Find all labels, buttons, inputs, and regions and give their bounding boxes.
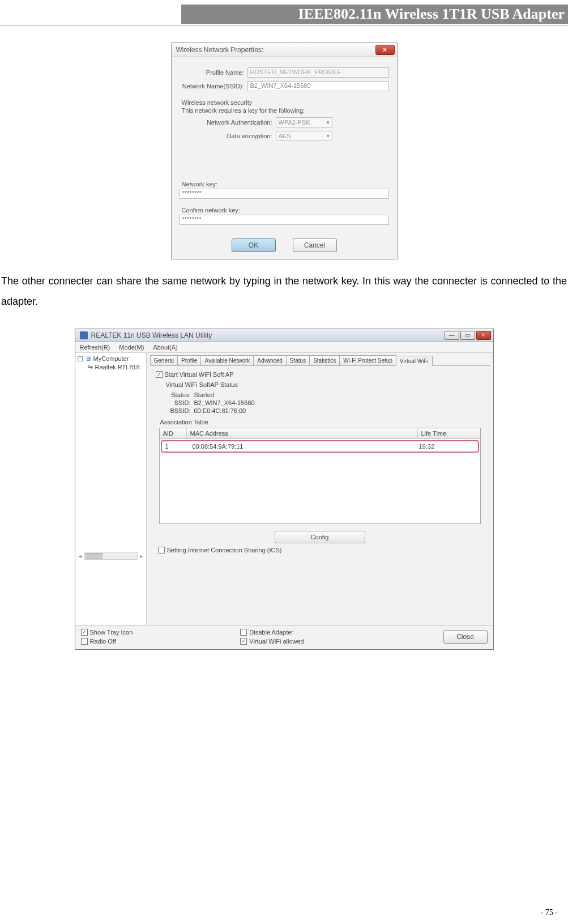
app-icon <box>80 331 88 339</box>
menu-bar: Refresh(R) Mode(M) About(A) <box>75 342 493 353</box>
minimize-button[interactable]: — <box>445 331 459 340</box>
checkbox-icon <box>158 547 165 553</box>
ssid-field[interactable]: B2_WIN7_X64-15680 <box>247 81 389 91</box>
header-rule <box>0 25 568 25</box>
checkbox-icon <box>81 638 88 645</box>
ssid-label: SSID: <box>166 399 194 406</box>
close-button[interactable]: Close <box>443 630 488 644</box>
computer-icon: 🖥 <box>85 355 91 362</box>
ok-button[interactable]: OK <box>232 239 276 252</box>
realtek-utility-window: REALTEK 11n USB Wireless LAN Utility — ▭… <box>75 329 494 650</box>
cell-aid: 1 <box>162 441 189 452</box>
association-table-title: Association Table <box>160 419 484 425</box>
figure-1: Wireless Network Properties: × Profile N… <box>0 42 568 259</box>
figure-2: REALTEK 11n USB Wireless LAN Utility — ▭… <box>0 329 568 650</box>
utility-titlebar: REALTEK 11n USB Wireless LAN Utility — ▭… <box>75 329 493 342</box>
ics-label: Setting Internet Connection Sharing (ICS… <box>167 547 282 553</box>
page-header: IEEE802.11n Wireless 1T1R USB Adapter <box>181 5 568 24</box>
enc-value: AES <box>279 133 291 139</box>
security-group-sub: This network requires a key for the foll… <box>182 107 389 114</box>
tab-virtual-wifi[interactable]: Virtual WiFi <box>396 356 433 366</box>
bssid-value: 00:E0:4C:81:76:00 <box>194 407 246 414</box>
cell-mac: 00:08:54:9A:79:11 <box>189 441 416 452</box>
device-tree: − 🖥 MyComputer ⇋ Realtek RTL818 ◂ ▸ <box>75 353 147 625</box>
profile-name-label: Profile Name: <box>180 69 247 76</box>
status-label: Status: <box>166 391 194 398</box>
dialog-titlebar: Wireless Network Properties: × <box>172 43 397 57</box>
cancel-button[interactable]: Cancel <box>293 239 337 252</box>
security-group-title: Wireless network security <box>182 99 389 106</box>
softap-status-group: Virtual WiFi SoftAP Status <box>166 381 484 388</box>
tree-child-label[interactable]: Realtek RTL818 <box>95 364 140 371</box>
col-life[interactable]: Life Time <box>418 428 480 438</box>
start-softap-label: Start Virtual WiFi Soft AP <box>165 371 234 378</box>
vwifi-allowed-checkbox[interactable]: ✓ Virtual WiFi allowed <box>240 638 304 645</box>
confirm-key-label: Confirm network key: <box>182 207 389 214</box>
association-table: AID MAC Address Life Time 1 00:08:54:9A:… <box>159 428 481 524</box>
table-row[interactable]: 1 00:08:54:9A:79:11 19:32 <box>161 440 479 453</box>
network-key-field[interactable]: ******** <box>180 189 389 199</box>
close-button[interactable]: × <box>375 45 395 55</box>
body-paragraph: The other connecter can share the same n… <box>1 271 567 312</box>
confirm-key-field[interactable]: ******** <box>180 215 389 225</box>
tab-content-virtual-wifi: ✓ Start Virtual WiFi Soft AP Virtual WiF… <box>150 366 490 621</box>
checkbox-icon: ✓ <box>81 629 88 636</box>
radio-off-label: Radio Off <box>90 638 116 645</box>
tab-profile[interactable]: Profile <box>177 355 201 365</box>
menu-about[interactable]: About(A) <box>153 344 177 351</box>
maximize-button[interactable]: ▭ <box>460 331 475 340</box>
tab-bar: General Profile Available Network Advanc… <box>150 355 490 366</box>
col-aid[interactable]: AID <box>160 428 187 438</box>
menu-mode[interactable]: Mode(M) <box>119 344 144 351</box>
disable-adapter-checkbox[interactable]: Disable Adapter <box>240 629 304 636</box>
tree-expander-icon[interactable]: − <box>78 356 83 361</box>
checkbox-icon: ✓ <box>156 371 163 378</box>
network-key-label: Network key: <box>182 181 389 188</box>
auth-value: WPA2-PSK <box>279 119 310 126</box>
chevron-down-icon: ▾ <box>327 120 332 125</box>
col-mac[interactable]: MAC Address <box>187 428 418 438</box>
show-tray-label: Show Tray Icon <box>90 629 133 636</box>
bssid-label: BSSID: <box>166 407 194 414</box>
enc-select[interactable]: AES▾ <box>276 131 332 141</box>
ics-checkbox[interactable]: Setting Internet Connection Sharing (ICS… <box>158 547 282 553</box>
menu-refresh[interactable]: Refresh(R) <box>80 344 110 351</box>
vwifi-allowed-label: Virtual WiFi allowed <box>249 638 304 645</box>
checkbox-icon <box>240 629 247 636</box>
tab-general[interactable]: General <box>150 355 178 365</box>
ssid-label: Network Name(SSID): <box>180 83 247 90</box>
ssid-value: B2_WIN7_X64-15680 <box>194 399 255 406</box>
enc-label: Data encryption: <box>180 133 276 139</box>
dialog-title: Wireless Network Properties: <box>176 46 264 54</box>
disable-adapter-label: Disable Adapter <box>249 629 293 636</box>
tab-statistics[interactable]: Statistics <box>309 355 340 365</box>
adapter-icon: ⇋ <box>88 363 93 371</box>
tab-status[interactable]: Status <box>286 355 310 365</box>
radio-off-checkbox[interactable]: Radio Off <box>81 638 133 645</box>
wireless-properties-dialog: Wireless Network Properties: × Profile N… <box>171 42 398 259</box>
chevron-down-icon: ▾ <box>327 133 332 139</box>
tab-wps[interactable]: Wi-Fi Protect Setup <box>339 355 396 365</box>
tab-advanced[interactable]: Advanced <box>253 355 286 365</box>
auth-select[interactable]: WPA2-PSK▾ <box>276 117 332 127</box>
checkbox-icon: ✓ <box>240 638 247 645</box>
config-button[interactable]: Config <box>275 531 365 543</box>
auth-label: Network Authentication: <box>180 119 276 126</box>
tree-root-label[interactable]: MyComputer <box>93 355 129 362</box>
status-value: Started <box>194 391 214 398</box>
utility-title: REALTEK 11n USB Wireless LAN Utility <box>91 331 212 339</box>
scroll-right-icon[interactable]: ▸ <box>140 553 143 559</box>
profile-name-field: HOSTED_NETWORK_PROFILE <box>247 67 389 78</box>
close-button[interactable]: × <box>476 331 491 340</box>
start-softap-checkbox[interactable]: ✓ Start Virtual WiFi Soft AP <box>156 371 234 378</box>
scroll-left-icon[interactable]: ◂ <box>79 553 82 559</box>
utility-bottom-bar: ✓ Show Tray Icon Radio Off Disable Adapt… <box>75 625 493 649</box>
page-number: - 75 - <box>541 908 558 917</box>
cell-life: 19:32 <box>416 441 478 452</box>
tab-available-network[interactable]: Available Network <box>200 355 254 365</box>
show-tray-checkbox[interactable]: ✓ Show Tray Icon <box>81 629 133 636</box>
tree-h-scrollbar[interactable] <box>84 552 138 560</box>
